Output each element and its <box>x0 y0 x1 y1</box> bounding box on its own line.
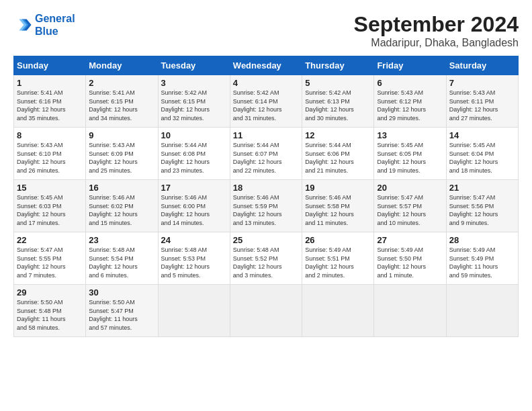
calendar-cell: 18Sunrise: 5:46 AM Sunset: 5:59 PM Dayli… <box>230 180 302 232</box>
calendar-cell: 14Sunrise: 5:45 AM Sunset: 6:04 PM Dayli… <box>446 128 518 180</box>
day-info: Sunrise: 5:47 AM Sunset: 5:57 PM Dayligh… <box>377 193 443 227</box>
day-number: 9 <box>89 130 154 140</box>
calendar-cell: 4Sunrise: 5:42 AM Sunset: 6:14 PM Daylig… <box>230 75 302 128</box>
calendar-cell: 8Sunrise: 5:43 AM Sunset: 6:10 PM Daylig… <box>14 128 86 180</box>
calendar-cell: 26Sunrise: 5:49 AM Sunset: 5:51 PM Dayli… <box>302 232 374 285</box>
page-subtitle: Madaripur, Dhaka, Bangladesh <box>354 37 519 49</box>
day-number: 6 <box>377 78 443 88</box>
calendar-cell: 28Sunrise: 5:49 AM Sunset: 5:49 PM Dayli… <box>446 232 518 285</box>
day-number: 2 <box>89 78 154 88</box>
calendar-cell: 29Sunrise: 5:50 AM Sunset: 5:48 PM Dayli… <box>14 285 86 337</box>
day-number: 24 <box>161 235 227 245</box>
calendar-cell <box>158 285 230 337</box>
day-info: Sunrise: 5:47 AM Sunset: 5:56 PM Dayligh… <box>449 193 515 227</box>
day-number: 1 <box>17 78 83 88</box>
calendar-cell <box>374 285 446 337</box>
calendar-cell: 12Sunrise: 5:44 AM Sunset: 6:06 PM Dayli… <box>302 128 374 180</box>
day-info: Sunrise: 5:45 AM Sunset: 6:04 PM Dayligh… <box>449 141 515 175</box>
day-number: 26 <box>305 235 371 245</box>
col-saturday: Saturday <box>446 56 518 75</box>
calendar-cell: 27Sunrise: 5:49 AM Sunset: 5:50 PM Dayli… <box>374 232 446 285</box>
day-number: 16 <box>89 183 154 193</box>
day-number: 12 <box>305 130 371 140</box>
calendar-cell: 13Sunrise: 5:45 AM Sunset: 6:05 PM Dayli… <box>374 128 446 180</box>
calendar-cell: 23Sunrise: 5:48 AM Sunset: 5:54 PM Dayli… <box>86 232 158 285</box>
day-info: Sunrise: 5:42 AM Sunset: 6:14 PM Dayligh… <box>233 89 299 122</box>
calendar-cell: 7Sunrise: 5:43 AM Sunset: 6:11 PM Daylig… <box>446 75 518 128</box>
day-number: 29 <box>17 287 83 298</box>
day-number: 21 <box>449 183 515 193</box>
day-number: 10 <box>161 130 227 140</box>
day-info: Sunrise: 5:48 AM Sunset: 5:52 PM Dayligh… <box>233 246 299 279</box>
day-info: Sunrise: 5:50 AM Sunset: 5:48 PM Dayligh… <box>17 298 83 332</box>
day-number: 14 <box>449 130 515 140</box>
week-row-2: 15Sunrise: 5:45 AM Sunset: 6:03 PM Dayli… <box>14 180 519 232</box>
day-info: Sunrise: 5:50 AM Sunset: 5:47 PM Dayligh… <box>89 298 154 332</box>
header: General Blue September 2024 Madaripur, D… <box>13 12 519 49</box>
calendar-cell: 22Sunrise: 5:47 AM Sunset: 5:55 PM Dayli… <box>14 232 86 285</box>
col-friday: Friday <box>374 56 446 75</box>
calendar-cell: 10Sunrise: 5:44 AM Sunset: 6:08 PM Dayli… <box>158 128 230 180</box>
day-info: Sunrise: 5:41 AM Sunset: 6:15 PM Dayligh… <box>89 89 154 122</box>
day-info: Sunrise: 5:49 AM Sunset: 5:49 PM Dayligh… <box>449 246 515 279</box>
day-number: 8 <box>17 130 83 140</box>
page: General Blue September 2024 Madaripur, D… <box>0 0 532 344</box>
day-number: 3 <box>161 78 227 88</box>
day-info: Sunrise: 5:45 AM Sunset: 6:05 PM Dayligh… <box>377 141 443 175</box>
header-row: Sunday Monday Tuesday Wednesday Thursday… <box>14 56 519 75</box>
day-info: Sunrise: 5:44 AM Sunset: 6:07 PM Dayligh… <box>233 141 299 175</box>
day-number: 11 <box>233 130 299 140</box>
calendar-cell: 20Sunrise: 5:47 AM Sunset: 5:57 PM Dayli… <box>374 180 446 232</box>
calendar-cell: 25Sunrise: 5:48 AM Sunset: 5:52 PM Dayli… <box>230 232 302 285</box>
day-info: Sunrise: 5:42 AM Sunset: 6:13 PM Dayligh… <box>305 89 371 122</box>
calendar-cell <box>446 285 518 337</box>
day-info: Sunrise: 5:46 AM Sunset: 6:00 PM Dayligh… <box>161 193 227 227</box>
logo-icon <box>13 15 32 34</box>
week-row-1: 8Sunrise: 5:43 AM Sunset: 6:10 PM Daylig… <box>14 128 519 180</box>
day-number: 22 <box>17 235 83 245</box>
calendar-cell: 3Sunrise: 5:42 AM Sunset: 6:15 PM Daylig… <box>158 75 230 128</box>
col-thursday: Thursday <box>302 56 374 75</box>
calendar-cell: 30Sunrise: 5:50 AM Sunset: 5:47 PM Dayli… <box>86 285 158 337</box>
calendar-table: Sunday Monday Tuesday Wednesday Thursday… <box>13 56 519 337</box>
day-number: 25 <box>233 235 299 245</box>
day-info: Sunrise: 5:46 AM Sunset: 5:58 PM Dayligh… <box>305 193 371 227</box>
logo-line1: General <box>35 13 75 24</box>
day-number: 4 <box>233 78 299 88</box>
logo-text: General Blue <box>35 12 75 38</box>
day-number: 27 <box>377 235 443 245</box>
calendar-cell <box>230 285 302 337</box>
day-info: Sunrise: 5:46 AM Sunset: 5:59 PM Dayligh… <box>233 193 299 227</box>
col-wednesday: Wednesday <box>230 56 302 75</box>
day-info: Sunrise: 5:45 AM Sunset: 6:03 PM Dayligh… <box>17 193 83 227</box>
logo: General Blue <box>13 12 75 38</box>
day-number: 17 <box>161 183 227 193</box>
day-info: Sunrise: 5:43 AM Sunset: 6:10 PM Dayligh… <box>17 141 83 175</box>
day-number: 18 <box>233 183 299 193</box>
calendar-cell: 19Sunrise: 5:46 AM Sunset: 5:58 PM Dayli… <box>302 180 374 232</box>
calendar-cell: 21Sunrise: 5:47 AM Sunset: 5:56 PM Dayli… <box>446 180 518 232</box>
calendar-cell <box>302 285 374 337</box>
day-info: Sunrise: 5:41 AM Sunset: 6:16 PM Dayligh… <box>17 89 83 122</box>
calendar-cell: 24Sunrise: 5:48 AM Sunset: 5:53 PM Dayli… <box>158 232 230 285</box>
day-info: Sunrise: 5:44 AM Sunset: 6:06 PM Dayligh… <box>305 141 371 175</box>
col-sunday: Sunday <box>14 56 86 75</box>
calendar-cell: 15Sunrise: 5:45 AM Sunset: 6:03 PM Dayli… <box>14 180 86 232</box>
day-info: Sunrise: 5:49 AM Sunset: 5:50 PM Dayligh… <box>377 246 443 279</box>
day-number: 15 <box>17 183 83 193</box>
day-info: Sunrise: 5:43 AM Sunset: 6:12 PM Dayligh… <box>377 89 443 122</box>
week-row-4: 29Sunrise: 5:50 AM Sunset: 5:48 PM Dayli… <box>14 285 519 337</box>
logo-line2: Blue <box>35 26 58 37</box>
day-number: 13 <box>377 130 443 140</box>
day-info: Sunrise: 5:47 AM Sunset: 5:55 PM Dayligh… <box>17 246 83 279</box>
day-info: Sunrise: 5:43 AM Sunset: 6:11 PM Dayligh… <box>449 89 515 122</box>
col-monday: Monday <box>86 56 158 75</box>
calendar-cell: 2Sunrise: 5:41 AM Sunset: 6:15 PM Daylig… <box>86 75 158 128</box>
calendar-cell: 6Sunrise: 5:43 AM Sunset: 6:12 PM Daylig… <box>374 75 446 128</box>
day-number: 30 <box>89 287 154 298</box>
calendar-cell: 1Sunrise: 5:41 AM Sunset: 6:16 PM Daylig… <box>14 75 86 128</box>
calendar-cell: 11Sunrise: 5:44 AM Sunset: 6:07 PM Dayli… <box>230 128 302 180</box>
col-tuesday: Tuesday <box>158 56 230 75</box>
day-info: Sunrise: 5:48 AM Sunset: 5:54 PM Dayligh… <box>89 246 154 279</box>
day-number: 19 <box>305 183 371 193</box>
